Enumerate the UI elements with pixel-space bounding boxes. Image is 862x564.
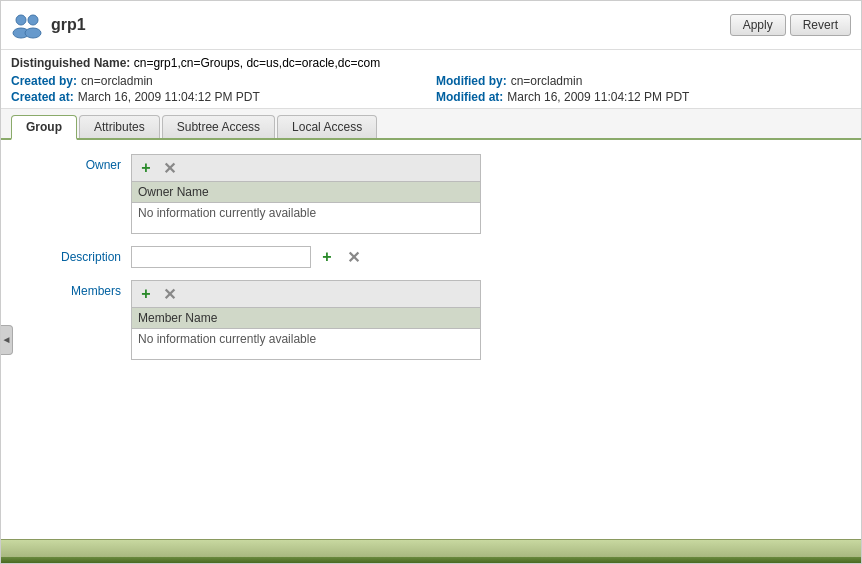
owner-add-button[interactable]: + [136,158,156,178]
members-label: Members [41,280,121,298]
created-at-item: Created at: March 16, 2009 11:04:12 PM P… [11,90,426,104]
owner-toolbar: + ✕ [132,155,480,182]
svg-point-0 [16,15,26,25]
tabs-bar: Group Attributes Subtree Access Local Ac… [1,109,861,140]
tab-attributes[interactable]: Attributes [79,115,160,138]
members-toolbar: + ✕ [132,281,480,308]
modified-by-item: Modified by: cn=orcladmin [436,74,851,88]
dn-value: cn=grp1,cn=Groups, dc=us,dc=oracle,dc=co… [134,56,380,70]
collapse-handle[interactable]: ◄ [1,325,13,355]
members-col-header: Member Name [132,308,480,329]
owner-row: Owner + ✕ Owner Name No information curr… [41,154,841,234]
content-area: ◄ Owner + ✕ Owner Name No information cu… [1,140,861,539]
created-by-value: cn=orcladmin [81,74,153,88]
svg-point-1 [28,15,38,25]
members-list: + ✕ Member Name No information currently… [131,280,481,360]
description-add-button[interactable]: + [317,247,337,267]
dn-section: Distinguished Name: cn=grp1,cn=Groups, d… [1,50,861,109]
page-title: grp1 [51,16,86,34]
members-remove-button[interactable]: ✕ [159,284,179,304]
created-at-value: March 16, 2009 11:04:12 PM PDT [78,90,260,104]
owner-control: + ✕ Owner Name No information currently … [131,154,491,234]
description-remove-button[interactable]: ✕ [343,247,363,267]
owner-col-header: Owner Name [132,182,480,203]
owner-list: + ✕ Owner Name No information currently … [131,154,481,234]
revert-button[interactable]: Revert [790,14,851,36]
dn-line: Distinguished Name: cn=grp1,cn=Groups, d… [11,56,851,70]
apply-button[interactable]: Apply [730,14,786,36]
description-control: + ✕ [131,246,363,268]
dn-label: Distinguished Name: [11,56,130,70]
created-at-label: Created at: [11,90,74,104]
created-by-label: Created by: [11,74,77,88]
main-container: grp1 Apply Revert Distinguished Name: cn… [0,0,862,564]
members-add-button[interactable]: + [136,284,156,304]
tab-local-access[interactable]: Local Access [277,115,377,138]
modified-by-value: cn=orcladmin [511,74,583,88]
created-by-item: Created by: cn=orcladmin [11,74,426,88]
tab-subtree-access[interactable]: Subtree Access [162,115,275,138]
chevron-left-icon: ◄ [2,334,12,345]
description-label: Description [41,246,121,264]
members-control: + ✕ Member Name No information currently… [131,280,491,360]
bottom-bar [1,539,861,557]
meta-grid: Created by: cn=orcladmin Modified by: cn… [11,74,851,104]
owner-remove-button[interactable]: ✕ [159,158,179,178]
header-left: grp1 [11,9,86,41]
header-buttons: Apply Revert [730,14,851,36]
description-input[interactable] [131,246,311,268]
svg-point-3 [25,28,41,38]
owner-no-info: No information currently available [132,203,480,233]
header: grp1 Apply Revert [1,1,861,50]
modified-at-item: Modified at: March 16, 2009 11:04:12 PM … [436,90,851,104]
modified-by-label: Modified by: [436,74,507,88]
description-row: Description + ✕ [41,246,841,268]
members-row: Members + ✕ Member Name No information c… [41,280,841,360]
footer-border [1,557,861,563]
tab-group[interactable]: Group [11,115,77,140]
members-no-info: No information currently available [132,329,480,359]
form-section: Owner + ✕ Owner Name No information curr… [21,154,841,360]
owner-label: Owner [41,154,121,172]
modified-at-value: March 16, 2009 11:04:12 PM PDT [507,90,689,104]
modified-at-label: Modified at: [436,90,503,104]
group-icon [11,9,43,41]
